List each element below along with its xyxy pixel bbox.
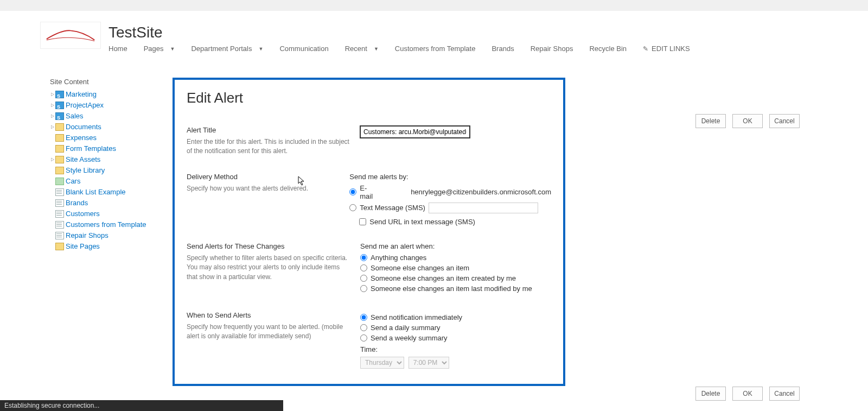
when-head: When to Send Alerts	[187, 311, 350, 319]
delivery-sms-radio[interactable]	[349, 204, 356, 211]
nav-brands[interactable]: Brands	[492, 45, 514, 53]
tree-link[interactable]: Expenses	[66, 133, 97, 143]
chevron-down-icon: ▼	[374, 46, 379, 52]
nav-recent[interactable]: Recent▼	[345, 45, 379, 53]
expander-icon[interactable]: ▷	[50, 155, 55, 165]
tree-link[interactable]: Marketing	[66, 90, 97, 99]
change-someone-radio[interactable]	[360, 264, 367, 271]
folder-icon	[55, 156, 64, 163]
ok-button[interactable]: OK	[732, 114, 763, 128]
change-created-by-me-label: Someone else changes an item created by …	[371, 274, 516, 282]
nav-home[interactable]: Home	[108, 45, 127, 53]
list-icon	[55, 221, 64, 229]
tree-item: Blank List Example	[50, 187, 163, 198]
nav-communication[interactable]: Communication	[279, 45, 328, 53]
change-modified-by-me-radio[interactable]	[360, 285, 367, 292]
site-icon	[55, 112, 64, 120]
when-weekly-label: Send a weekly summary	[371, 334, 448, 342]
nav-repair-shops[interactable]: Repair Shops	[531, 45, 573, 53]
tree-link[interactable]: Site Assets	[66, 155, 100, 165]
tree-item: Site Pages	[50, 241, 163, 252]
change-someone-label: Someone else changes an item	[371, 264, 469, 272]
when-weekly-radio[interactable]	[360, 334, 367, 342]
site-logo[interactable]	[40, 22, 101, 49]
when-desc: Specify how frequently you want to be al…	[187, 323, 350, 342]
expander-icon[interactable]: ▷	[50, 90, 55, 99]
expander-icon[interactable]: ▷	[50, 122, 55, 132]
tree-link[interactable]: Blank List Example	[66, 187, 126, 197]
nav-department-portals[interactable]: Department Portals▼	[191, 45, 263, 53]
tree-item: ▷Documents	[50, 122, 163, 132]
list-icon	[55, 199, 64, 207]
changes-question: Send me an alert when:	[360, 242, 551, 250]
tree-link[interactable]: Customers from Template	[66, 220, 146, 230]
site-header: TestSite Home Pages▼ Department Portals▼…	[0, 11, 868, 59]
list-icon	[55, 210, 64, 218]
folder-icon	[55, 145, 64, 153]
tree-link[interactable]: Customers	[66, 209, 100, 219]
tree-item: Expenses	[50, 132, 163, 143]
tree-link[interactable]: Brands	[66, 198, 88, 208]
delivery-email-label: E-mail	[360, 184, 373, 200]
when-immediate-radio[interactable]	[360, 314, 367, 321]
tree-link[interactable]: Cars	[66, 176, 80, 186]
changes-desc: Specify whether to filter alerts based o…	[187, 254, 350, 282]
tree-item: ▷Site Assets	[50, 154, 163, 165]
nav-pages-label: Pages	[144, 45, 164, 53]
send-url-checkbox[interactable]	[359, 218, 366, 225]
delivery-desc: Specify how you want the alerts delivere…	[187, 184, 340, 193]
tree-link[interactable]: Site Pages	[66, 242, 100, 251]
list-icon	[55, 188, 64, 196]
nav-dept-label: Department Portals	[191, 45, 252, 53]
delete-button[interactable]: Delete	[695, 114, 726, 128]
edit-links-button[interactable]: ✎ EDIT LINKS	[643, 45, 690, 53]
delivery-head: Delivery Method	[187, 173, 340, 181]
delivery-sms-label: Text Message (SMS)	[360, 204, 425, 212]
delivery-question: Send me alerts by:	[349, 173, 551, 181]
when-daily-radio[interactable]	[360, 324, 367, 331]
chevron-down-icon: ▼	[258, 46, 263, 52]
change-modified-by-me-label: Someone else changes an item last modifi…	[371, 284, 532, 293]
tree-link[interactable]: Form Templates	[66, 144, 116, 154]
nav-recycle-bin[interactable]: Recycle Bin	[589, 45, 627, 53]
nav-pages[interactable]: Pages▼	[144, 45, 175, 53]
pic-icon	[55, 178, 64, 185]
when-daily-label: Send a daily summary	[371, 324, 441, 332]
section-delivery-method: Delivery Method Specify how you want the…	[187, 173, 551, 226]
delivery-email-value: henrylegge@citizenbuilders.onmicrosoft.c…	[411, 188, 551, 196]
tree-item: Form Templates	[50, 143, 163, 154]
cancel-button[interactable]: Cancel	[769, 114, 800, 128]
form-title: Edit Alert	[187, 90, 551, 106]
site-icon	[55, 91, 64, 98]
delivery-email-radio[interactable]	[349, 188, 356, 195]
changes-head: Send Alerts for These Changes	[187, 242, 350, 250]
when-immediate-label: Send notification immediately	[371, 313, 462, 321]
folder-icon	[55, 167, 64, 174]
tree-link[interactable]: ProjectApex	[66, 100, 104, 110]
tree-link[interactable]: Style Library	[66, 166, 105, 175]
nav-customers-from-template[interactable]: Customers from Template	[395, 45, 476, 53]
alert-title-desc: Enter the title for this alert. This is …	[187, 137, 350, 156]
suite-bar	[0, 0, 868, 11]
alert-title-head: Alert Title	[187, 126, 350, 134]
change-anything-label: Anything changes	[371, 254, 426, 262]
button-bar-top: Delete OK Cancel	[695, 114, 800, 128]
time-hour-select[interactable]: 7:00 PM	[409, 357, 449, 369]
delivery-sms-input[interactable]	[429, 203, 538, 213]
expander-icon[interactable]: ▷	[50, 100, 55, 110]
tree-item: Repair Shops	[50, 230, 163, 241]
section-alert-title: Alert Title Enter the title for this ale…	[187, 126, 551, 156]
site-title: TestSite	[108, 24, 163, 41]
tree-link[interactable]: Sales	[66, 111, 84, 121]
section-change-type: Send Alerts for These Changes Specify wh…	[187, 242, 551, 295]
change-created-by-me-radio[interactable]	[360, 275, 367, 282]
alert-title-input[interactable]	[360, 126, 470, 138]
tree-link[interactable]: Documents	[66, 122, 101, 132]
expander-icon[interactable]: ▷	[50, 111, 55, 121]
send-url-label: Send URL in text message (SMS)	[369, 218, 475, 226]
tree-item: Brands	[50, 198, 163, 208]
time-day-select[interactable]: Thursday	[360, 357, 404, 369]
pencil-icon: ✎	[643, 45, 648, 53]
tree-link[interactable]: Repair Shops	[66, 231, 108, 241]
change-anything-radio[interactable]	[360, 254, 367, 261]
